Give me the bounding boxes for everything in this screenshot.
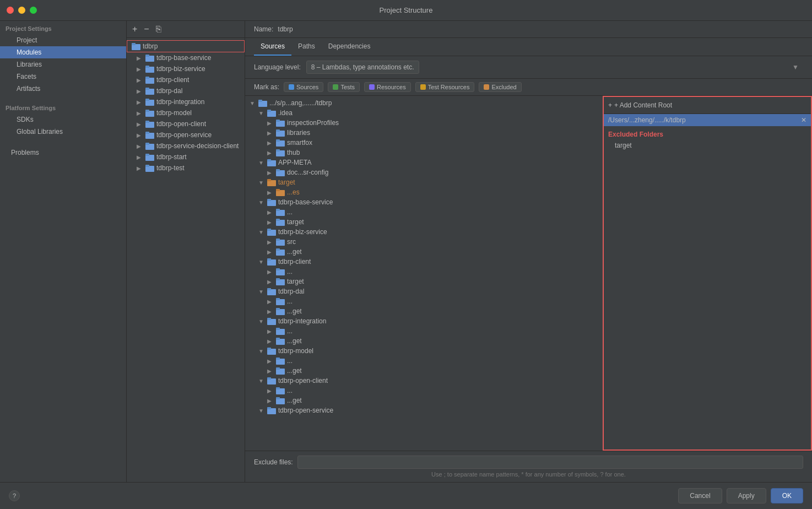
tree-item-base-target[interactable]: ▶ target	[245, 217, 603, 227]
close-button[interactable]	[7, 7, 14, 14]
module-item-client[interactable]: ▶ tdbrp-client	[127, 74, 245, 85]
folder-excluded-icon	[276, 188, 285, 196]
tree-item-label: tdbrp-base-service	[278, 198, 333, 206]
help-button[interactable]: ?	[9, 490, 20, 501]
svg-rect-19	[145, 143, 149, 145]
folder-icon	[276, 268, 285, 275]
tree-item-oc-child1[interactable]: ▶ ...	[245, 386, 603, 396]
apply-button[interactable]: Apply	[727, 488, 766, 503]
tree-item-client-target[interactable]: ▶ target	[245, 277, 603, 286]
tree-item-model-child1[interactable]: ▶ ...	[245, 356, 603, 366]
language-level-select[interactable]: 8 – Lambdas, type annotations etc.	[306, 61, 419, 74]
module-item-test[interactable]: ▶ tdbrp-test	[127, 163, 245, 174]
module-item-model[interactable]: ▶ tdbrp-model	[127, 107, 245, 118]
sidebar-item-modules[interactable]: Modules	[0, 46, 126, 58]
tree-item-int-child1[interactable]: ▶ ...	[245, 326, 603, 336]
add-module-button[interactable]: +	[130, 23, 139, 35]
tree-item-oc-target[interactable]: ▶ ...get	[245, 396, 603, 405]
mark-resources-label: Resources	[377, 84, 406, 90]
tree-item-target-child[interactable]: ▶ ...es	[245, 187, 603, 197]
tree-item-libraries[interactable]: ▶ libraries	[245, 128, 603, 138]
tree-item-docsr[interactable]: ▶ doc...sr-config	[245, 167, 603, 177]
remove-module-button[interactable]: −	[142, 23, 151, 35]
tree-item-root[interactable]: ▼ .../s/p...ang,....../tdbrp	[245, 98, 603, 108]
tab-dependencies[interactable]: Dependencies	[322, 38, 377, 56]
sidebar-item-project[interactable]: Project	[0, 34, 126, 46]
tree-item-label: tdbrp-client	[278, 258, 311, 266]
svg-rect-11	[145, 99, 149, 101]
ok-button[interactable]: OK	[771, 488, 803, 503]
tree-item-inspection[interactable]: ▶ inspectionProfiles	[245, 118, 603, 128]
tree-item-base-service[interactable]: ▼ tdbrp-base-service	[245, 197, 603, 207]
folder-icon	[267, 159, 276, 166]
tests-dot-icon	[333, 84, 338, 90]
footer-buttons: Cancel Apply OK	[678, 488, 803, 503]
close-icon[interactable]: ✕	[801, 116, 806, 124]
mark-resources-button[interactable]: Resources	[364, 82, 411, 92]
module-item-service-decision-client[interactable]: ▶ tdbrp-service-decision-client	[127, 140, 245, 151]
tree-item-client[interactable]: ▼ tdbrp-client	[245, 257, 603, 267]
mark-excluded-button[interactable]: Excluded	[479, 82, 521, 92]
tree-item-label: tdbrp-biz-service	[278, 228, 327, 236]
add-content-root-button[interactable]: + + Add Content Root	[608, 101, 672, 109]
module-item-integration[interactable]: ▶ tdbrp-integration	[127, 96, 245, 107]
tree-item-app-meta[interactable]: ▼ APP-META	[245, 158, 603, 167]
copy-module-button[interactable]: ⎘	[154, 23, 164, 35]
module-item-open-service[interactable]: ▶ tdbrp-open-service	[127, 129, 245, 140]
svg-rect-5	[145, 66, 149, 68]
tree-item-smartfox[interactable]: ▶ smartfox	[245, 138, 603, 148]
sidebar-item-libraries[interactable]: Libraries	[0, 58, 126, 71]
tree-item-open-client[interactable]: ▼ tdbrp-open-client	[245, 376, 603, 386]
svg-rect-85	[276, 397, 280, 399]
tree-item-base-child1[interactable]: ▶ ...	[245, 207, 603, 217]
content-root-path[interactable]: /Users/...zheng/...../k/tdbrp ✕	[604, 114, 811, 126]
mark-as-row: Mark as: Sources Tests Resources Test Re…	[245, 79, 812, 96]
tree-item-biz-service[interactable]: ▼ tdbrp-biz-service	[245, 227, 603, 237]
sidebar-item-facets[interactable]: Facets	[0, 71, 126, 83]
module-item-biz-service[interactable]: ▶ tdbrp-biz-service	[127, 63, 245, 74]
module-item-base-service[interactable]: ▶ tdbrp-base-service	[127, 52, 245, 63]
tab-sources[interactable]: Sources	[254, 38, 291, 56]
mark-as-label: Mark as:	[254, 83, 279, 91]
chevron-right-icon: ▶	[267, 328, 274, 334]
folder-icon	[145, 164, 154, 172]
chevron-down-icon: ▼	[258, 408, 265, 414]
exclude-files-input[interactable]	[297, 456, 803, 469]
module-item-open-client[interactable]: ▶ tdbrp-open-client	[127, 118, 245, 129]
tree-item-client-child1[interactable]: ▶ ...	[245, 267, 603, 277]
module-item-tdbrp[interactable]: tdbrp	[127, 40, 245, 52]
module-item-dal[interactable]: ▶ tdbrp-dal	[127, 85, 245, 96]
mark-test-resources-button[interactable]: Test Resources	[415, 82, 475, 92]
sidebar-item-label: Global Libraries	[17, 128, 63, 136]
sidebar-item-problems[interactable]: Problems	[0, 147, 126, 159]
module-item-start[interactable]: ▶ tdbrp-start	[127, 151, 245, 163]
tree-item-int-target[interactable]: ▶ ...get	[245, 336, 603, 346]
maximize-button[interactable]	[30, 7, 37, 14]
cancel-button[interactable]: Cancel	[678, 488, 722, 503]
mark-tests-button[interactable]: Tests	[328, 82, 360, 92]
sidebar-item-sdks[interactable]: SDKs	[0, 113, 126, 126]
sidebar-item-artifacts[interactable]: Artifacts	[0, 83, 126, 95]
minimize-button[interactable]	[18, 7, 25, 14]
tree-item-biz-target[interactable]: ▶ ...get	[245, 247, 603, 257]
sidebar-item-label: Facets	[17, 73, 36, 80]
tree-item-dal[interactable]: ▼ tdbrp-dal	[245, 286, 603, 296]
tree-item-idea[interactable]: ▼ .idea	[245, 108, 603, 118]
content-root-panel: + + Add Content Root /Users/...zheng/...…	[603, 96, 812, 451]
tab-paths[interactable]: Paths	[291, 38, 322, 56]
tree-item-thub[interactable]: ▶ thub	[245, 148, 603, 158]
tree-item-dal-child1[interactable]: ▶ ...	[245, 296, 603, 306]
chevron-right-icon: ▶	[267, 358, 274, 364]
tree-item-model[interactable]: ▼ tdbrp-model	[245, 346, 603, 356]
file-tree[interactable]: ▼ .../s/p...ang,....../tdbrp ▼	[245, 96, 603, 451]
tree-item-target-root[interactable]: ▼ target	[245, 177, 603, 187]
tree-item-integration[interactable]: ▼ tdbrp-integration	[245, 316, 603, 326]
svg-rect-69	[267, 318, 271, 320]
window-controls	[7, 7, 37, 14]
mark-sources-button[interactable]: Sources	[284, 82, 323, 92]
tree-item-model-target[interactable]: ▶ ...get	[245, 366, 603, 376]
tree-item-open-service[interactable]: ▼ tdbrp-open-service	[245, 405, 603, 415]
sidebar-item-global-libraries[interactable]: Global Libraries	[0, 126, 126, 138]
tree-item-dal-target[interactable]: ▶ ...get	[245, 306, 603, 316]
tree-item-biz-src[interactable]: ▶ src	[245, 237, 603, 247]
